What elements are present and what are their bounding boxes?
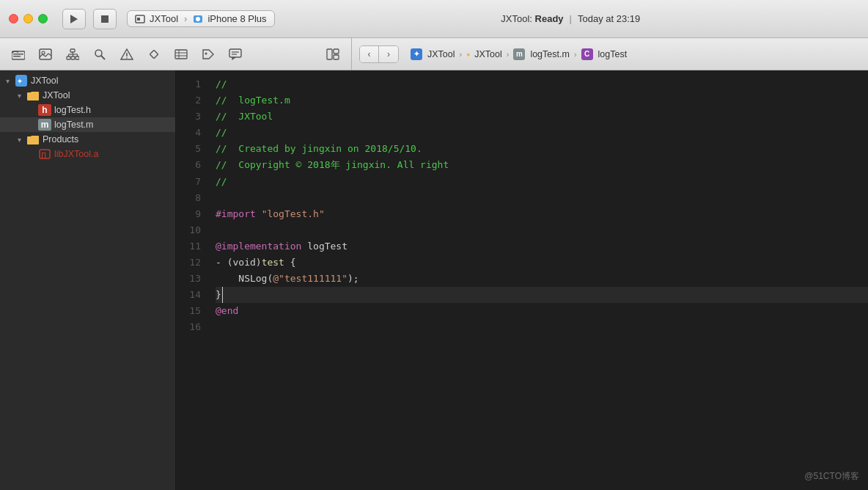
arrow-icon: ▾ <box>6 77 15 85</box>
library-file-icon: ∏ <box>38 148 51 160</box>
code-content[interactable]: // // logTest.m // JXTool // // Created … <box>210 70 868 490</box>
arrow-icon: ▾ <box>18 92 26 100</box>
back-button[interactable]: ‹ <box>360 46 379 62</box>
arrow-icon: ▾ <box>18 136 26 144</box>
svg-rect-7 <box>13 54 23 55</box>
minimize-button[interactable] <box>23 14 33 23</box>
title-bar: JXTool › iPhone 8 Plus JXTool: Ready | T… <box>0 0 868 38</box>
sidebar-label: libJXTool.a <box>54 149 169 159</box>
code-line-10 <box>216 222 868 238</box>
breadcrumb-label-logtest-m: logTest.m <box>530 49 570 59</box>
xcode-project-icon: ✦ <box>15 75 28 87</box>
tag-button[interactable] <box>196 43 221 65</box>
code-line-8 <box>216 190 868 206</box>
sidebar-label: Products <box>43 134 169 145</box>
sidebar-label: logTest.h <box>54 105 169 115</box>
navigator-button[interactable] <box>6 43 31 65</box>
code-line-14: } <box>216 287 868 303</box>
breadcrumb-item-logtest-m[interactable]: m logTest.m <box>513 48 570 60</box>
code-line-15: @end <box>216 303 868 319</box>
code-line-2: // logTest.m <box>216 92 868 109</box>
sidebar-item-products[interactable]: ▾ Products <box>0 132 175 147</box>
app-status-prefix: JXTool: <box>501 13 534 24</box>
code-line-6: // Copyright © 2018年 jingxin. All right <box>216 157 868 173</box>
sidebar-item-logtest-m[interactable]: m logTest.m <box>0 117 175 132</box>
code-line-12: - (void)test { <box>216 255 868 271</box>
close-button[interactable] <box>9 14 18 23</box>
run-button[interactable] <box>62 9 86 29</box>
code-line-7: // <box>216 174 868 190</box>
breadcrumb-label-folder: JXTool <box>474 49 502 59</box>
sidebar-item-logtest-h[interactable]: h logTest.h <box>0 103 175 117</box>
m-file-icon: m <box>513 48 525 60</box>
svg-marker-0 <box>70 15 78 23</box>
svg-rect-36 <box>334 55 339 59</box>
svg-rect-6 <box>12 51 25 59</box>
m-file-icon: m <box>38 119 51 131</box>
svg-rect-3 <box>137 18 140 21</box>
breadcrumb-chevron-3: › <box>574 50 577 59</box>
sidebar-item-jxtool-folder[interactable]: ▾ JXTool <box>0 88 175 103</box>
sidebar-label: JXTool <box>43 90 169 100</box>
main-layout: ▾ ✦ JXTool ▾ JXTool h logTest.h m <box>0 70 868 490</box>
search-button[interactable] <box>87 43 112 65</box>
code-line-3: // JXTool <box>216 109 868 125</box>
svg-rect-1 <box>101 15 108 23</box>
scheme-selector[interactable]: JXTool › iPhone 8 Plus <box>127 10 275 27</box>
breakpoint-button[interactable] <box>141 43 166 65</box>
svg-rect-35 <box>334 49 339 54</box>
asset-button[interactable] <box>33 43 58 65</box>
app-status-ready: Ready <box>535 13 564 24</box>
header-file-icon: h <box>38 104 51 116</box>
xcode-icon: ✦ <box>411 48 422 60</box>
code-line-9: #import "logTest.h" <box>216 206 868 222</box>
svg-rect-11 <box>70 49 75 52</box>
svg-line-21 <box>101 56 105 59</box>
list-button[interactable] <box>169 43 194 65</box>
svg-text:∏: ∏ <box>41 151 46 159</box>
code-line-1: // <box>216 76 868 92</box>
code-line-5: // Created by jingxin on 2018/5/10. <box>216 141 868 157</box>
scheme-app-name: JXTool <box>150 13 178 24</box>
svg-rect-8 <box>13 56 21 57</box>
status-label: JXTool: Ready <box>501 13 563 24</box>
breadcrumb-chevron-2: › <box>507 50 510 59</box>
code-line-16 <box>216 319 868 335</box>
svg-point-5 <box>196 17 200 21</box>
folder-icon <box>26 134 40 145</box>
svg-rect-13 <box>71 56 75 59</box>
forward-button[interactable]: › <box>379 46 398 62</box>
svg-rect-12 <box>67 56 70 59</box>
sidebar-label: logTest.m <box>54 120 169 130</box>
code-editor: 1 2 3 4 5 6 7 8 9 10 11 12 13 14 15 16 /… <box>176 70 868 490</box>
breadcrumb-item-jxtool[interactable]: ✦ JXTool <box>411 48 455 60</box>
folder-icon <box>26 89 40 101</box>
breadcrumb-chevron-1: › <box>460 50 463 59</box>
warning-button[interactable] <box>114 43 139 65</box>
svg-text:✦: ✦ <box>17 78 23 85</box>
editor-layout-button[interactable] <box>320 43 345 65</box>
status-area: JXTool: Ready | Today at 23:19 <box>282 13 859 24</box>
code-line-13: NSLog(@"test111111"); <box>216 271 868 287</box>
fullscreen-button[interactable] <box>38 14 48 23</box>
svg-point-10 <box>42 51 45 54</box>
traffic-lights <box>9 14 48 23</box>
right-breadcrumb: ‹ › ✦ JXTool › ▪ JXTool › m logTest.m › … <box>352 45 868 63</box>
svg-point-30 <box>205 52 207 54</box>
status-divider: | <box>570 13 572 24</box>
line-numbers: 1 2 3 4 5 6 7 8 9 10 11 12 13 14 15 16 <box>176 70 210 490</box>
sidebar-item-jxtool-root[interactable]: ▾ ✦ JXTool <box>0 73 175 88</box>
code-line-4: // <box>216 125 868 141</box>
breadcrumb-item-folder[interactable]: ▪ JXTool <box>466 48 502 60</box>
breadcrumb-item-logtest-class[interactable]: C logTest <box>581 48 628 60</box>
hierarchy-button[interactable] <box>60 43 85 65</box>
left-toolbar <box>0 38 352 70</box>
sidebar-item-libjxtool[interactable]: ∏ libJXTool.a <box>0 147 175 161</box>
stop-button[interactable] <box>93 9 117 29</box>
svg-rect-34 <box>327 49 332 59</box>
code-area[interactable]: 1 2 3 4 5 6 7 8 9 10 11 12 13 14 15 16 /… <box>176 70 868 490</box>
comment-button[interactable] <box>223 43 248 65</box>
sidebar-label: JXTool <box>31 76 169 86</box>
code-line-11: @implementation logTest <box>216 238 868 255</box>
breadcrumb-label-jxtool: JXTool <box>427 49 455 59</box>
